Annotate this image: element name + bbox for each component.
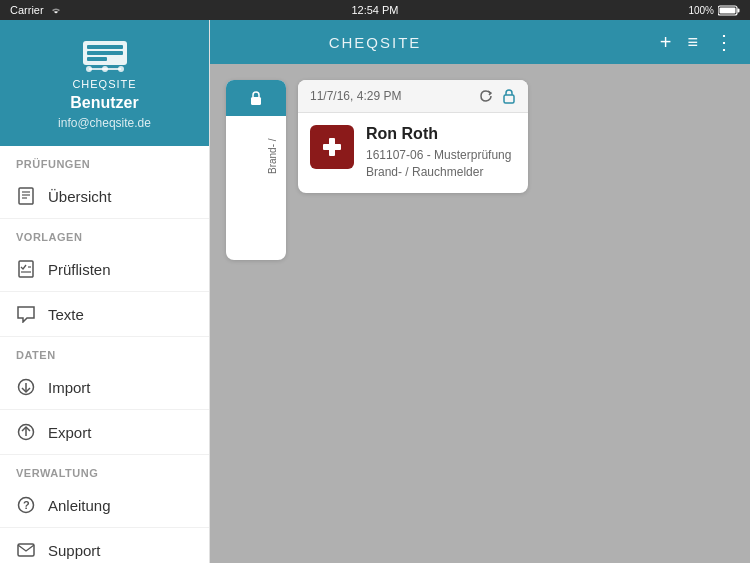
card-timestamp: 11/7/16, 4:29 PM	[310, 89, 401, 103]
refresh-icon	[478, 88, 494, 104]
status-time: 12:54 PM	[351, 4, 398, 16]
prueflisten-label: Prüflisten	[48, 261, 111, 278]
app-logo	[79, 36, 131, 74]
import-icon	[16, 377, 36, 397]
sidebar: CHEQSITE Benutzer info@cheqsite.de PRÜFU…	[0, 20, 210, 563]
partial-card-header	[226, 80, 286, 116]
lock-icon	[502, 88, 516, 104]
sidebar-item-prueflisten[interactable]: Prüflisten	[0, 247, 209, 292]
svg-rect-27	[504, 95, 514, 103]
card-header-icons	[478, 88, 516, 104]
medical-icon	[319, 134, 345, 160]
svg-rect-15	[19, 261, 33, 277]
cards-area: Brand- / 11/7/16, 4:29 PM	[210, 64, 750, 563]
nav-section-pruefungen: PRÜFUNGEN	[0, 146, 209, 174]
filter-button[interactable]: ≡	[687, 33, 698, 51]
sidebar-item-support[interactable]: Support	[0, 528, 209, 563]
svg-rect-24	[18, 544, 34, 556]
nav-section-vorlagen: VORLAGEN	[0, 219, 209, 247]
carrier-label: Carrier	[10, 4, 44, 16]
sidebar-nav: PRÜFUNGEN Übersicht VORLAGEN	[0, 146, 209, 563]
card-header: 11/7/16, 4:29 PM	[298, 80, 528, 113]
uebersicht-label: Übersicht	[48, 188, 111, 205]
status-left: Carrier	[10, 4, 63, 16]
nav-section-verwaltung: VERWALTUNG	[0, 455, 209, 483]
partial-card[interactable]: Brand- /	[226, 80, 286, 260]
partial-card-text: Brand- /	[226, 116, 286, 196]
main-area: CHEQSITE + ≡ ⋮ Brand- /	[210, 20, 750, 563]
svg-rect-11	[19, 188, 33, 204]
sidebar-app-name: CHEQSITE	[72, 78, 136, 90]
top-bar-title: CHEQSITE	[329, 34, 422, 51]
card-info: Ron Roth 161107-06 - Musterprüfung Brand…	[366, 125, 516, 181]
top-bar: CHEQSITE + ≡ ⋮	[210, 20, 750, 64]
export-icon	[16, 422, 36, 442]
card-person-name: Ron Roth	[366, 125, 516, 143]
document-icon	[16, 186, 36, 206]
card-body: Ron Roth 161107-06 - Musterprüfung Brand…	[298, 113, 528, 193]
sidebar-item-uebersicht[interactable]: Übersicht	[0, 174, 209, 219]
app-body: CHEQSITE Benutzer info@cheqsite.de PRÜFU…	[0, 20, 750, 563]
wifi-icon	[49, 5, 63, 15]
battery-label: 100%	[688, 5, 714, 16]
import-label: Import	[48, 379, 91, 396]
checklist-icon	[16, 259, 36, 279]
sidebar-username: Benutzer	[70, 94, 138, 112]
svg-rect-4	[87, 45, 123, 49]
more-button[interactable]: ⋮	[714, 32, 734, 52]
sidebar-item-anleitung[interactable]: ? Anleitung	[0, 483, 209, 528]
top-bar-actions: + ≡ ⋮	[660, 32, 734, 52]
svg-rect-6	[87, 57, 107, 61]
card-avatar	[310, 125, 354, 169]
sidebar-item-import[interactable]: Import	[0, 365, 209, 410]
export-label: Export	[48, 424, 91, 441]
sidebar-header: CHEQSITE Benutzer info@cheqsite.de	[0, 20, 209, 146]
chat-icon	[16, 304, 36, 324]
svg-rect-5	[87, 51, 123, 55]
svg-rect-29	[323, 144, 341, 150]
svg-rect-1	[738, 8, 740, 12]
texte-label: Texte	[48, 306, 84, 323]
svg-rect-26	[251, 97, 261, 105]
svg-rect-2	[720, 7, 736, 13]
main-card[interactable]: 11/7/16, 4:29 PM	[298, 80, 528, 193]
svg-text:?: ?	[23, 499, 30, 511]
battery-icon	[718, 5, 740, 16]
sidebar-item-texte[interactable]: Texte	[0, 292, 209, 337]
add-button[interactable]: +	[660, 32, 672, 52]
status-bar: Carrier 12:54 PM 100%	[0, 0, 750, 20]
mail-icon	[16, 540, 36, 560]
status-right: 100%	[688, 5, 740, 16]
help-icon: ?	[16, 495, 36, 515]
anleitung-label: Anleitung	[48, 497, 111, 514]
support-label: Support	[48, 542, 101, 559]
sidebar-email: info@cheqsite.de	[58, 116, 151, 130]
lock-icon-small	[249, 90, 263, 106]
sidebar-item-export[interactable]: Export	[0, 410, 209, 455]
nav-section-daten: DATEN	[0, 337, 209, 365]
card-detail: 161107-06 - Musterprüfung Brand- / Rauch…	[366, 147, 516, 181]
